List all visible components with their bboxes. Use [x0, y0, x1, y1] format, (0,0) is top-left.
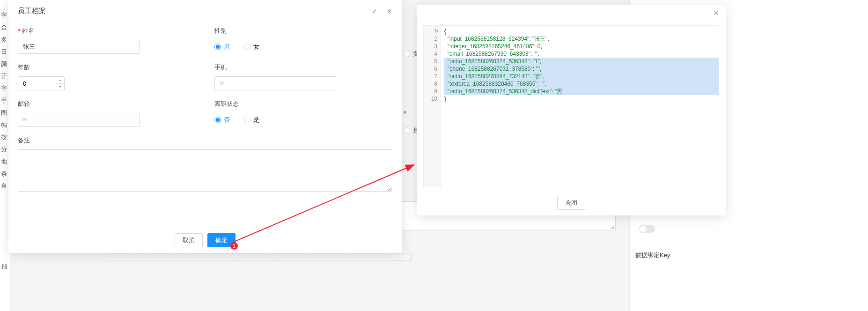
ok-button[interactable]: 确定 1 [207, 233, 235, 247]
radio-icon [244, 44, 250, 50]
bg-dashed-dropzone[interactable] [108, 253, 412, 260]
radio-icon [214, 44, 221, 50]
gender-male-radio[interactable]: 男 [214, 43, 230, 51]
stepper-down-icon[interactable]: ▼ [56, 84, 64, 90]
cancel-button[interactable]: 取消 [175, 233, 203, 247]
name-input[interactable] [18, 40, 140, 54]
json-gutter: 12345678910 [424, 26, 441, 187]
gender-radio-group: 男 女 [214, 40, 392, 54]
toggle-switch[interactable] [639, 225, 655, 233]
age-label: 年龄 [18, 63, 196, 72]
leave-yes-radio[interactable]: 是 [244, 116, 259, 124]
json-editor[interactable]: 12345678910 { "input_1682588158128_62439… [423, 25, 719, 187]
modal-title: 员工档案 [18, 7, 46, 15]
radio-icon [214, 117, 221, 123]
data-bind-key-label: 数据绑定Key [635, 251, 670, 259]
remark-label: 备注 [18, 136, 392, 145]
age-input[interactable]: ▲ ▼ [18, 76, 65, 90]
close-icon[interactable]: ✕ [714, 9, 719, 17]
bg-label-field: 段 [2, 262, 8, 271]
leave-status-label: 离职状态 [214, 100, 392, 108]
phone-input[interactable] [214, 76, 336, 90]
close-button[interactable]: 关闭 [557, 196, 585, 210]
name-label: *姓名 [18, 27, 196, 35]
gender-female-radio[interactable]: 女 [244, 43, 259, 51]
json-code[interactable]: { "input_1682588158128_624394": "张三", "i… [441, 26, 719, 187]
stepper-up-icon[interactable]: ▲ [56, 77, 64, 84]
remark-textarea[interactable] [18, 149, 392, 192]
mail-icon: ✉ [22, 117, 27, 123]
phone-icon: ☏ [219, 80, 226, 87]
gender-label: 性别 [214, 27, 392, 35]
ok-badge: 1 [230, 242, 238, 250]
expand-icon[interactable]: ⤢ [372, 7, 377, 15]
radio-icon [244, 117, 250, 123]
bg-label-partial: s [404, 109, 407, 116]
leave-radio-group: 否 是 [214, 113, 392, 127]
json-data-modal: ✕ 12345678910 { "input_1682588158128_624… [417, 5, 726, 215]
close-icon[interactable]: ✕ [387, 7, 392, 15]
employee-form-modal: 员工档案 ⤢ ✕ *姓名 性别 男 女 [8, 0, 402, 253]
leave-no-radio[interactable]: 否 [214, 116, 230, 124]
email-input[interactable] [18, 113, 140, 127]
email-label: 邮箱 [18, 100, 196, 108]
phone-label: 手机 [214, 63, 392, 72]
